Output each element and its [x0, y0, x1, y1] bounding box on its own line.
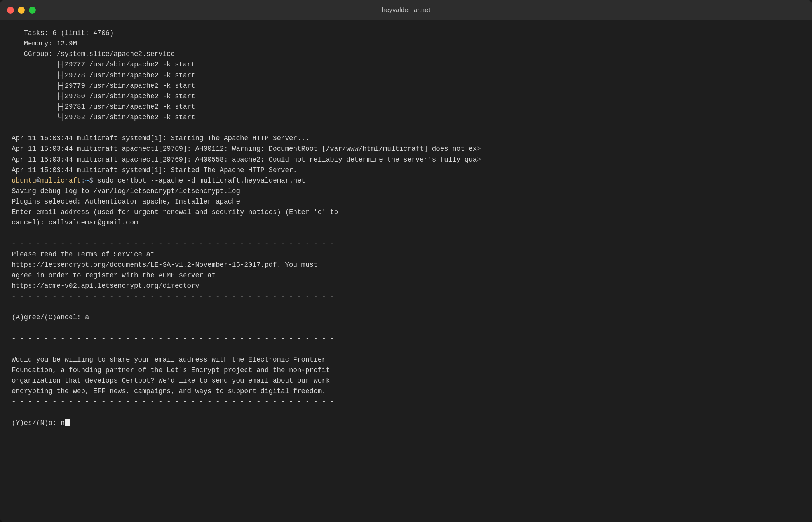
- terminal-line: [12, 407, 800, 418]
- terminal-line: [12, 302, 800, 312]
- terminal-line: Memory: 12.9M: [12, 38, 800, 49]
- terminal-window: heyvaldemar.net Tasks: 6 (limit: 4706) M…: [0, 0, 812, 522]
- terminal-line: (Y)es/(N)o: n: [12, 418, 800, 428]
- terminal-line: - - - - - - - - - - - - - - - - - - - - …: [12, 291, 800, 302]
- terminal-line: agree in order to register with the ACME…: [12, 270, 800, 281]
- terminal-line: - - - - - - - - - - - - - - - - - - - - …: [12, 334, 800, 344]
- terminal-line: [12, 228, 800, 238]
- terminal-line: ├┤29781 /usr/sbin/apache2 -k start: [12, 102, 800, 112]
- terminal-line: Saving debug log to /var/log/letsencrypt…: [12, 186, 800, 197]
- terminal-line: encrypting the web, EFF news, campaigns,…: [12, 386, 800, 397]
- terminal-line: CGroup: /system.slice/apache2.service: [12, 49, 800, 59]
- terminal-line: - - - - - - - - - - - - - - - - - - - - …: [12, 397, 800, 407]
- terminal-line: ├┤29779 /usr/sbin/apache2 -k start: [12, 81, 800, 91]
- terminal-line: ├┤29778 /usr/sbin/apache2 -k start: [12, 70, 800, 81]
- terminal-line: └┤29782 /usr/sbin/apache2 -k start: [12, 112, 800, 123]
- terminal-line: Apr 11 15:03:44 multicraft apachectl[297…: [12, 144, 800, 154]
- terminal-line: [12, 323, 800, 334]
- terminal-line: [12, 123, 800, 133]
- titlebar: heyvaldemar.net: [0, 0, 812, 20]
- terminal-line: Apr 11 15:03:44 multicraft systemd[1]: S…: [12, 133, 800, 144]
- window-title: heyvaldemar.net: [382, 6, 430, 14]
- terminal-line: https://acme-v02.api.letsencrypt.org/dir…: [12, 281, 800, 291]
- terminal-line: ubuntu@multicraft:~$ sudo certbot --apac…: [12, 176, 800, 186]
- terminal-line: Apr 11 15:03:44 multicraft systemd[1]: S…: [12, 165, 800, 176]
- maximize-button[interactable]: [29, 7, 36, 14]
- terminal-line: https://letsencrypt.org/documents/LE-SA-…: [12, 260, 800, 270]
- terminal-content: Tasks: 6 (limit: 4706) Memory: 12.9M CGr…: [12, 28, 800, 428]
- terminal-line: cancel): callvaldemar@gmail.com: [12, 218, 800, 228]
- terminal-line: Would you be willing to share your email…: [12, 355, 800, 365]
- terminal-line: (A)gree/(C)ancel: a: [12, 312, 800, 323]
- terminal-line: ├┤29780 /usr/sbin/apache2 -k start: [12, 91, 800, 102]
- terminal-line: Foundation, a founding partner of the Le…: [12, 365, 800, 376]
- minimize-button[interactable]: [18, 7, 25, 14]
- terminal-line: Tasks: 6 (limit: 4706): [12, 28, 800, 38]
- terminal-body[interactable]: Tasks: 6 (limit: 4706) Memory: 12.9M CGr…: [0, 20, 812, 522]
- terminal-line: organization that develops Certbot? We'd…: [12, 376, 800, 386]
- terminal-line: ├┤29777 /usr/sbin/apache2 -k start: [12, 59, 800, 70]
- terminal-line: [12, 344, 800, 355]
- terminal-line: - - - - - - - - - - - - - - - - - - - - …: [12, 239, 800, 249]
- terminal-line: Enter email address (used for urgent ren…: [12, 207, 800, 218]
- terminal-line: Please read the Terms of Service at: [12, 249, 800, 260]
- terminal-line: Plugins selected: Authenticator apache, …: [12, 197, 800, 207]
- terminal-line: Apr 11 15:03:44 multicraft apachectl[297…: [12, 155, 800, 165]
- close-button[interactable]: [7, 7, 14, 14]
- window-controls: [7, 7, 36, 14]
